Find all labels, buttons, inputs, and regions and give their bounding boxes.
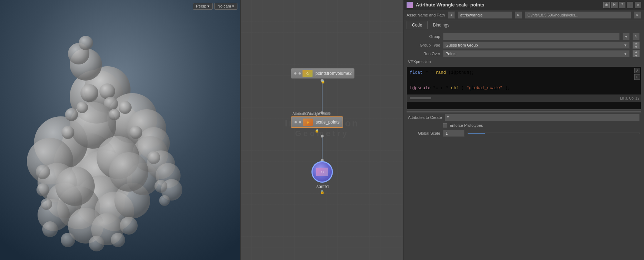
svg-point-48 <box>120 217 138 235</box>
node-sublabel-attrwrangle: Attribute Wrangle <box>292 112 320 116</box>
editor-resize-handle[interactable] <box>407 111 641 112</box>
help-button[interactable]: ? <box>619 2 625 8</box>
node-box-scale-points[interactable]: Attribute Wrangle ⚡ scale_points <box>291 116 343 128</box>
right-panel: Attribute Wrangle scale_points ✱ H ? □ ✕… <box>404 0 644 260</box>
svg-point-52 <box>111 233 125 247</box>
global-scale-row: Global Scale <box>404 129 644 138</box>
run-over-value: Points <box>446 52 457 56</box>
asset-name-row: Asset Name and Path ◄ ► ► <box>404 10 644 20</box>
code-line-2 <box>407 77 641 85</box>
node-lock-pointsfromvolume2: 🔒 <box>321 80 325 83</box>
close-button[interactable]: ✕ <box>635 2 641 8</box>
attributes-row: Attributes to Create <box>404 113 644 122</box>
group-type-dropdown[interactable]: Guess from Group ▼ <box>443 42 630 49</box>
svg-point-45 <box>147 151 160 164</box>
group-dropdown-btn[interactable]: ▼ <box>623 33 630 40</box>
panel-title: Attribute Wrangle scale_points <box>416 2 600 8</box>
title-icon <box>407 2 413 8</box>
global-scale-slider[interactable] <box>467 133 640 134</box>
svg-point-38 <box>119 101 132 114</box>
code-line-3: f@pscale *= r * chf ( "global_scale" ); <box>407 85 641 92</box>
node-label-sprite1: sprite1 <box>316 184 329 189</box>
group-type-arrow: ▼ <box>624 43 627 47</box>
node-dot-left <box>294 72 297 75</box>
editor-resize-btn[interactable]: ⊞ <box>634 74 640 80</box>
svg-point-36 <box>65 108 78 121</box>
line-col-info: Ln 3, Col 12 <box>620 96 639 100</box>
vex-editor-content: float r = rand (i@ptnum); f@pscale *= r … <box>407 67 641 95</box>
run-over-dropdown[interactable]: Points ▼ <box>443 50 630 57</box>
code-line-1: float r = rand (i@ptnum); <box>407 69 641 77</box>
node-box-pointsfromvolume2[interactable]: ⬡ pointsfromvolume2 <box>291 68 355 79</box>
node-pointsfromvolume2[interactable]: ⬡ pointsfromvolume2 🔒 <box>291 68 355 83</box>
run-over-row: Run Over Points ▼ ▲▼ <box>404 49 644 58</box>
title-buttons: ✱ H ? □ ✕ <box>603 2 641 8</box>
expand-button[interactable]: □ <box>627 2 633 8</box>
enforce-prototypes-checkbox[interactable] <box>443 123 447 127</box>
run-over-btn[interactable]: ▲▼ <box>633 50 640 57</box>
group-type-row: Group Type Guess from Group ▼ ▲▼ <box>404 41 644 49</box>
asset-name-input[interactable] <box>458 11 512 19</box>
group-type-btn[interactable]: ▲▼ <box>633 42 640 49</box>
sprite-node-sprite1[interactable]: ⬡ <box>311 161 333 183</box>
asset-name-label: Asset Name and Path <box>407 13 445 17</box>
node-dot-sp-mid <box>299 121 301 124</box>
group-type-label: Group Type <box>408 43 440 47</box>
tabs-row: Code Bindings <box>404 20 644 29</box>
svg-point-43 <box>36 183 49 196</box>
node-sprite1[interactable]: ⬡ sprite1 🔒 <box>311 161 333 194</box>
svg-point-30 <box>99 83 115 99</box>
viewport-toolbar: Persp ▾ No cam ▾ <box>193 3 237 10</box>
enforce-prototypes-row: Enforce Prototypes <box>404 122 644 129</box>
attributes-label: Attributes to Create <box>408 115 442 120</box>
perspective-button[interactable]: Persp ▾ <box>193 3 213 10</box>
svg-point-51 <box>89 236 104 251</box>
svg-point-47 <box>159 195 170 206</box>
svg-point-37 <box>77 102 88 113</box>
camera-button[interactable]: No cam ▾ <box>214 3 237 10</box>
node-scale-points[interactable]: Attribute Wrangle ⚡ scale_points 🔒 <box>291 116 343 133</box>
node-graph-panel[interactable]: Indie Edition Geometry ⬡ pointsfromvolum… <box>240 0 404 260</box>
viewport-panel: Persp ▾ No cam ▾ <box>0 0 240 260</box>
group-input[interactable] <box>443 33 620 40</box>
run-over-arrow: ▼ <box>624 52 627 56</box>
global-scale-label: Global Scale <box>408 131 440 135</box>
node-label-scale-points: scale_points <box>316 120 340 125</box>
editor-right-buttons: ⤢ ⊞ <box>634 67 641 81</box>
svg-point-41 <box>129 126 142 139</box>
svg-point-42 <box>36 165 50 179</box>
group-pointer-btn[interactable]: ↖ <box>633 33 640 40</box>
enforce-prototypes-label: Enforce Prototypes <box>449 123 483 127</box>
asset-name-arrow-right[interactable]: ► <box>515 11 522 19</box>
svg-point-50 <box>61 233 75 247</box>
node-lock-scale-points: 🔒 <box>315 129 319 133</box>
squirrel-viewport <box>0 0 240 260</box>
editor-expand-btn[interactable]: ⤢ <box>634 68 640 73</box>
sprite-node-icon: ⬡ <box>316 168 328 176</box>
svg-point-49 <box>42 221 58 237</box>
node-lock-sprite1: 🔒 <box>320 190 324 194</box>
svg-point-29 <box>80 84 98 102</box>
tab-code[interactable]: Code <box>407 21 428 29</box>
node-label-pointsfromvolume2: pointsfromvolume2 <box>315 71 352 76</box>
node-icon-scale-points: ⚡ <box>303 119 313 126</box>
editor-scrollbar[interactable] <box>410 97 431 99</box>
asset-name-arrow-left[interactable]: ◄ <box>448 11 455 19</box>
node-dot-middle <box>298 72 301 75</box>
svg-point-46 <box>154 180 167 193</box>
svg-point-35 <box>109 152 148 192</box>
asset-path-arrow[interactable]: ► <box>634 11 641 19</box>
group-row: Group ▼ ↖ <box>404 32 644 41</box>
svg-point-40 <box>62 126 74 139</box>
settings-button[interactable]: ✱ <box>603 2 610 8</box>
help-h-button[interactable]: H <box>611 2 618 8</box>
vexpression-area[interactable]: float r = rand (i@ptnum); f@pscale *= r … <box>407 67 641 110</box>
asset-path-input[interactable] <box>525 11 631 19</box>
right-titlebar: Attribute Wrangle scale_points ✱ H ? □ ✕ <box>404 0 644 10</box>
attributes-input[interactable] <box>445 114 640 121</box>
tab-bindings[interactable]: Bindings <box>428 21 455 29</box>
group-type-value: Guess from Group <box>446 43 478 47</box>
global-scale-input[interactable] <box>443 130 464 137</box>
run-over-label: Run Over <box>408 52 440 56</box>
params-area: Group ▼ ↖ Group Type Guess from Group ▼ … <box>404 29 644 260</box>
